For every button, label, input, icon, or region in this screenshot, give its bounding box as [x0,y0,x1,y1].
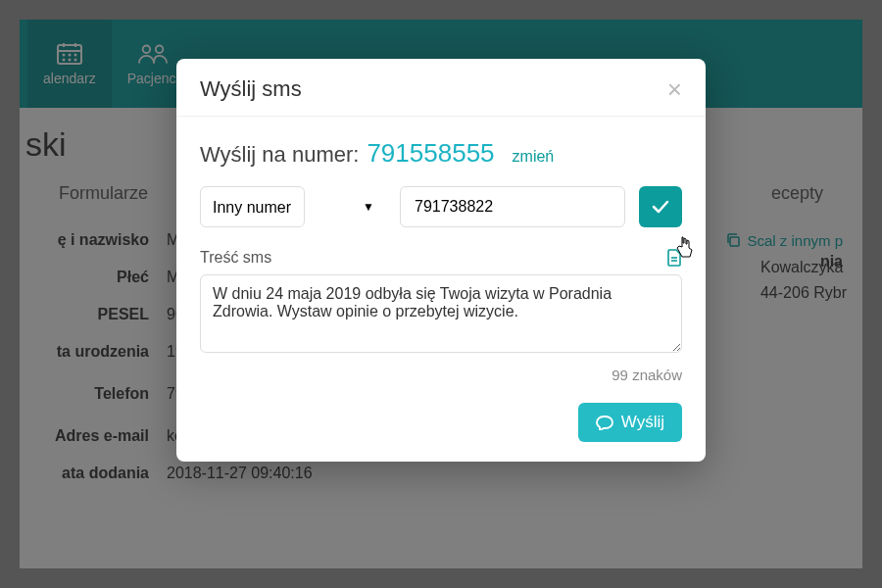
send-button-label: Wyślij [621,413,664,432]
modal-overlay: Wyślij sms × Wyślij na numer: 791558555 … [20,20,862,568]
number-prefix: Wyślij na numer: [200,142,359,168]
close-button[interactable]: × [667,76,682,102]
check-icon [651,199,670,215]
number-type-select[interactable]: Inny numer [200,186,305,227]
modal-title: Wyślij sms [200,76,302,102]
chat-send-icon [596,415,613,430]
change-number-link[interactable]: zmień [513,148,555,166]
message-textarea[interactable]: W dniu 24 maja 2019 odbyła się Twoja wiz… [200,274,682,353]
send-button[interactable]: Wyślij [578,403,682,442]
confirm-number-button[interactable] [639,186,682,227]
send-sms-modal: Wyślij sms × Wyślij na numer: 791558555 … [176,59,706,462]
chevron-down-icon: ▼ [363,200,374,214]
template-button[interactable] [666,249,682,267]
close-icon: × [667,74,682,104]
phone-input[interactable] [400,186,625,227]
number-value: 791558555 [367,138,494,169]
number-display: Wyślij na numer: 791558555 zmień [200,138,682,169]
char-count: 99 znaków [200,367,682,383]
message-label: Treść sms [200,249,271,267]
document-icon [666,249,682,267]
